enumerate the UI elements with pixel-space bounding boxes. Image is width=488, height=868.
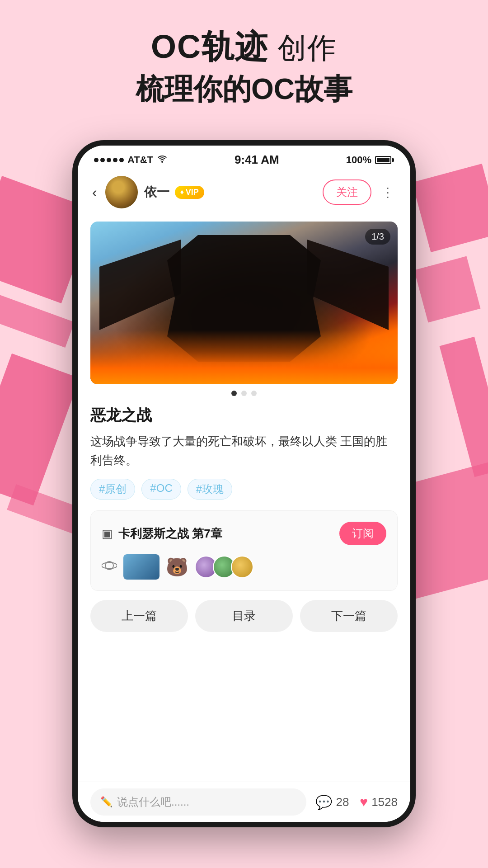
char-avatar-3 (231, 556, 253, 578)
heading-line1: OC轨迹 创作 (0, 27, 488, 66)
post-content: 恶龙之战 这场战争导致了大量的死亡和破坏，最终以人类 王国的胜利告终。 #原创 … (78, 396, 410, 500)
signal-dots (94, 158, 124, 162)
dot-1[interactable] (231, 391, 237, 396)
planet-icon (102, 558, 117, 576)
signal-dot (107, 158, 111, 162)
avatar[interactable] (105, 176, 138, 208)
signal-dot (94, 158, 99, 162)
subscribe-button[interactable]: 订阅 (339, 522, 386, 545)
comment-input-wrapper[interactable]: ✏️ 说点什么吧...... (90, 788, 306, 816)
username-label: 依一 (144, 184, 169, 201)
fire-effect (90, 330, 398, 384)
wifi-icon (157, 155, 168, 165)
edit-icon: ✏️ (100, 796, 113, 808)
bg-shape-2 (0, 294, 75, 348)
phone-container: AT&T 9:41 AM 100% (72, 140, 416, 827)
bottom-stats: 💬 28 ♥ 1528 (315, 794, 398, 810)
bottom-bar: ✏️ 说点什么吧...... 💬 28 ♥ 1528 (78, 782, 410, 822)
comment-stat[interactable]: 💬 28 (315, 794, 349, 810)
follow-button[interactable]: 关注 (323, 179, 371, 205)
battery-label: 100% (346, 154, 371, 166)
battery-icon (375, 156, 394, 164)
chapter-title: 卡利瑟斯之战 第7章 (118, 526, 222, 542)
chapter-thumbnails: 🐻 (102, 554, 386, 580)
back-button[interactable]: ‹ (90, 182, 99, 203)
vip-badge: ♦ VIP (175, 186, 204, 199)
chapter-thumbnail[interactable] (123, 554, 160, 580)
bg-shape-4 (412, 164, 488, 252)
dot-3[interactable] (251, 391, 257, 396)
phone-screen: AT&T 9:41 AM 100% (78, 146, 410, 822)
heading-bold: OC轨迹 (151, 28, 268, 65)
toc-button[interactable]: 目录 (195, 600, 293, 632)
chapter-card: ▣ 卡利瑟斯之战 第7章 订阅 🐻 (90, 510, 398, 591)
post-title: 恶龙之战 (90, 405, 398, 426)
character-avatars (195, 556, 253, 578)
slider-dots (78, 391, 410, 396)
status-right: 100% (346, 154, 394, 166)
comment-icon: 💬 (315, 794, 332, 810)
tag-rose[interactable]: #玫瑰 (188, 479, 232, 500)
dot-2[interactable] (241, 391, 247, 396)
tags-container: #原创 #OC #玫瑰 (90, 479, 398, 500)
slider-image (90, 222, 398, 384)
vip-label: VIP (186, 188, 199, 197)
page-heading: OC轨迹 创作 梳理你的OC故事 (0, 27, 488, 109)
avatar-image (105, 176, 138, 208)
like-stat[interactable]: ♥ 1528 (360, 794, 398, 810)
svg-point-1 (102, 562, 117, 569)
like-count: 1528 (371, 795, 398, 809)
phone-frame: AT&T 9:41 AM 100% (72, 140, 416, 827)
bg-shape-6 (440, 337, 488, 477)
comment-count: 28 (336, 795, 349, 809)
bg-shape-5 (414, 256, 481, 323)
app-header: ‹ 依一 ♦ VIP 关注 ⋮ (78, 170, 410, 214)
status-bar: AT&T 9:41 AM 100% (78, 146, 410, 170)
vip-icon: ♦ (180, 188, 184, 196)
next-button[interactable]: 下一篇 (300, 600, 398, 632)
heading-line2: 梳理你的OC故事 (0, 70, 488, 109)
more-button[interactable]: ⋮ (378, 183, 398, 202)
signal-dot (119, 158, 124, 162)
bear-icon: 🐻 (166, 557, 188, 578)
chapter-title-wrap: ▣ 卡利瑟斯之战 第7章 (102, 526, 222, 542)
status-left: AT&T (94, 154, 168, 166)
chapter-icon: ▣ (102, 527, 113, 541)
slider-counter: 1/3 (365, 229, 390, 245)
carrier-label: AT&T (127, 154, 153, 166)
image-slider[interactable]: 1/3 (90, 222, 398, 384)
signal-dot (113, 158, 117, 162)
user-info: 依一 ♦ VIP (144, 184, 316, 201)
navigation-buttons: 上一篇 目录 下一篇 (78, 600, 410, 641)
signal-dot (100, 158, 105, 162)
bg-shape-3 (0, 354, 80, 506)
heading-normal: 创作 (268, 32, 337, 64)
heart-icon: ♥ (360, 794, 368, 810)
post-description: 这场战争导致了大量的死亡和破坏，最终以人类 王国的胜利告终。 (90, 432, 398, 470)
status-time: 9:41 AM (235, 153, 279, 167)
comment-placeholder: 说点什么吧...... (117, 795, 189, 809)
tag-oc[interactable]: #OC (141, 479, 181, 500)
chapter-header: ▣ 卡利瑟斯之战 第7章 订阅 (102, 522, 386, 545)
scroll-area[interactable]: 1/3 恶龙之战 这场战争导致了大量的死亡和破坏，最终以人类 王国的胜利告终。 … (78, 214, 410, 782)
prev-button[interactable]: 上一篇 (90, 600, 188, 632)
tag-original[interactable]: #原创 (90, 479, 135, 500)
